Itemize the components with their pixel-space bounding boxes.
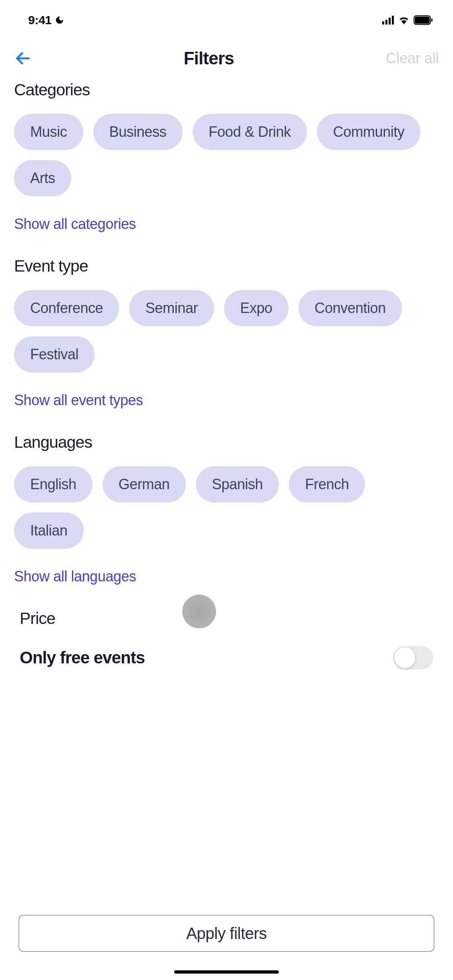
svg-rect-3	[392, 16, 394, 25]
chip-business[interactable]: Business	[93, 114, 183, 150]
price-section: Price Only free events	[14, 609, 439, 669]
event-type-title: Event type	[14, 257, 439, 276]
status-time: 9:41	[28, 13, 51, 27]
home-indicator[interactable]	[174, 970, 279, 974]
free-events-label: Only free events	[20, 648, 145, 667]
clear-all-button[interactable]: Clear all	[386, 50, 439, 67]
categories-chips: Music Business Food & Drink Community Ar…	[14, 114, 439, 196]
moon-icon	[55, 15, 64, 25]
chip-arts[interactable]: Arts	[14, 160, 71, 196]
page-title: Filters	[183, 48, 234, 68]
signal-icon	[382, 16, 394, 25]
chip-english[interactable]: English	[14, 466, 93, 502]
chip-festival[interactable]: Festival	[14, 336, 95, 373]
wifi-icon	[398, 16, 410, 25]
toggle-knob	[394, 647, 415, 668]
content: Categories Music Business Food & Drink C…	[0, 80, 453, 669]
bottom-gradient	[0, 851, 453, 891]
chip-spanish[interactable]: Spanish	[196, 466, 279, 502]
chip-expo[interactable]: Expo	[224, 290, 288, 326]
status-bar: 9:41	[0, 0, 453, 36]
languages-title: Languages	[14, 433, 439, 452]
categories-section: Categories Music Business Food & Drink C…	[14, 80, 439, 233]
chip-seminar[interactable]: Seminar	[129, 290, 214, 326]
svg-rect-6	[431, 19, 432, 22]
chip-german[interactable]: German	[103, 466, 186, 502]
show-all-event-types[interactable]: Show all event types	[14, 392, 439, 409]
header: Filters Clear all	[0, 36, 453, 80]
chip-conference[interactable]: Conference	[14, 290, 119, 326]
chip-convention[interactable]: Convention	[299, 290, 402, 326]
back-arrow-icon[interactable]	[14, 49, 32, 67]
svg-rect-5	[415, 16, 430, 24]
chip-music[interactable]: Music	[14, 114, 83, 150]
free-events-row: Only free events	[20, 646, 433, 669]
svg-rect-1	[385, 20, 387, 25]
status-right	[382, 15, 433, 25]
apply-filters-button[interactable]: Apply filters	[19, 915, 434, 952]
touch-indicator	[182, 595, 216, 628]
chip-italian[interactable]: Italian	[14, 513, 84, 549]
free-events-toggle[interactable]	[393, 646, 433, 669]
show-all-languages[interactable]: Show all languages	[14, 568, 439, 585]
chip-french[interactable]: French	[289, 466, 365, 502]
categories-title: Categories	[14, 80, 439, 99]
svg-rect-0	[382, 21, 384, 25]
languages-chips: English German Spanish French Italian	[14, 466, 439, 549]
chip-food-drink[interactable]: Food & Drink	[193, 114, 307, 150]
event-type-section: Event type Conference Seminar Expo Conve…	[14, 257, 439, 409]
footer: Apply filters	[0, 903, 453, 980]
show-all-categories[interactable]: Show all categories	[14, 216, 439, 233]
status-left: 9:41	[28, 13, 64, 27]
battery-icon	[414, 15, 433, 25]
price-title: Price	[20, 609, 433, 628]
chip-community[interactable]: Community	[317, 114, 421, 150]
svg-rect-2	[389, 18, 391, 25]
event-type-chips: Conference Seminar Expo Convention Festi…	[14, 290, 439, 373]
languages-section: Languages English German Spanish French …	[14, 433, 439, 585]
